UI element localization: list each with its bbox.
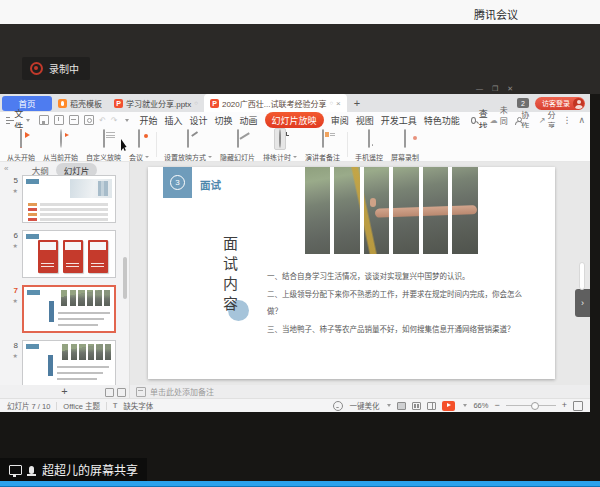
panel-scrollbar[interactable]	[123, 257, 127, 299]
tab-home[interactable]: 首页	[2, 96, 52, 111]
normal-view-button[interactable]	[397, 402, 406, 410]
chevron-down-icon[interactable]	[125, 119, 129, 122]
tab-view[interactable]: 视图	[356, 114, 374, 127]
ribbon-phone-remote[interactable]: 手机遥控	[351, 128, 387, 162]
zoom-in-button[interactable]: +	[562, 401, 567, 410]
tab-devtools[interactable]: 开发工具	[381, 114, 417, 127]
tab-close-icon[interactable]: ×	[336, 99, 341, 108]
collapse-panel-icon[interactable]: «	[4, 165, 8, 173]
slide-thumbnail-7-current[interactable]: 7 ★	[0, 285, 116, 333]
pin-icon[interactable]: ○	[329, 100, 333, 106]
tab-document-2-active[interactable]: P 2020广西壮...试联考经验分享 ○ ×	[204, 94, 347, 112]
thumbnail-card[interactable]	[22, 285, 116, 333]
thumbnail-photo	[61, 290, 111, 306]
ribbon-rehearse-timing[interactable]: 排练计时	[259, 128, 301, 162]
zoom-out-button[interactable]: −	[494, 401, 499, 410]
dropdown-icon[interactable]	[387, 404, 391, 407]
add-slide-button[interactable]: +	[61, 386, 67, 397]
slide-thumbnail-8[interactable]: 8 ★	[0, 340, 116, 385]
missing-font-label[interactable]: 缺失字体	[123, 400, 153, 411]
ribbon-hide-slide[interactable]: 隐藏幻灯片	[216, 128, 259, 162]
pin-icon[interactable]: ○	[194, 100, 198, 106]
beautify-button[interactable]: 一键美化	[349, 400, 379, 411]
tab-docer[interactable]: 稻壳模板	[52, 94, 108, 112]
tab-review[interactable]: 审阅	[331, 114, 349, 127]
tab-transition[interactable]: 切换	[215, 114, 233, 127]
ribbon-from-current[interactable]: 从当前开始	[39, 128, 82, 162]
ribbon-meeting[interactable]: 会议	[125, 128, 153, 162]
slide-sorter-view-button[interactable]	[412, 402, 421, 410]
undo-icon[interactable]: ↶	[99, 116, 106, 125]
ribbon-speaker-notes[interactable]: 演讲者备注	[301, 128, 344, 162]
hamburger-icon[interactable]	[6, 117, 10, 124]
screen-share-bar: 超超儿的屏幕共享	[0, 458, 147, 481]
print-preview-icon[interactable]	[84, 115, 94, 125]
slide-number: 8	[14, 342, 18, 350]
book-cover	[63, 240, 83, 273]
panel-expand-icon[interactable]	[117, 388, 126, 397]
fit-slide-icon[interactable]	[573, 401, 583, 411]
slide-thumbnail-5[interactable]: 5 ★	[0, 175, 116, 223]
play-slideshow-button[interactable]	[442, 401, 455, 411]
recording-badge: 录制中	[22, 57, 90, 80]
screen-record-icon	[404, 129, 406, 148]
close-icon[interactable]: ✕	[507, 85, 513, 93]
slide-thumbnail-6[interactable]: 6 ★	[0, 230, 116, 278]
tab-slideshow-active[interactable]: 幻灯片放映	[265, 112, 324, 128]
tab-insert[interactable]: 插入	[165, 114, 183, 127]
notes-row: + 单击此处添加备注	[0, 385, 590, 398]
tab-start[interactable]: 开始	[140, 114, 158, 127]
dropdown-icon[interactable]	[463, 404, 467, 407]
panel-view-icon[interactable]	[105, 388, 114, 397]
zoom-slider[interactable]	[506, 405, 556, 406]
tab-document-1[interactable]: P 学习就业分享.pptx ○	[108, 94, 204, 112]
current-slide[interactable]: 3 面试 面试内容 一、结合自身学习生活情况，谈谈对实现复兴中国梦的认识。 二、…	[148, 167, 555, 379]
bullet-1: 一、结合自身学习生活情况，谈谈对实现复兴中国梦的认识。	[267, 268, 529, 286]
reading-view-button[interactable]	[427, 402, 436, 410]
tab-animation[interactable]: 动画	[240, 114, 258, 127]
cloud-icon: ☁	[490, 116, 498, 125]
notes-input[interactable]: 单击此处添加备注	[130, 385, 590, 398]
meeting-stage-background: 录制中 — ❐ ✕	[0, 24, 600, 94]
ribbon-custom-show[interactable]: 自定义放映	[82, 128, 125, 162]
thumbnail-card[interactable]	[22, 340, 116, 385]
outline-tab[interactable]: 大纲	[32, 164, 49, 176]
zoom-slider-knob[interactable]	[531, 402, 539, 410]
redo-icon[interactable]: ↷	[111, 116, 118, 125]
maximize-icon[interactable]: ❐	[492, 85, 498, 93]
tab-special-features[interactable]: 特色功能	[424, 114, 460, 127]
wps-window: 首页 稻壳模板 P 学习就业分享.pptx ○ P 2020广西壮...试联考经…	[0, 94, 590, 412]
theme-name[interactable]: Office 主题	[63, 400, 100, 411]
microphone-icon	[29, 466, 34, 474]
ribbon-from-beginning[interactable]: 从头开始	[3, 128, 39, 162]
expand-sidebar-button[interactable]: ›	[575, 289, 590, 317]
canvas-scrollbar[interactable]	[579, 262, 585, 290]
share-border-strip	[0, 481, 600, 487]
ribbon-separator	[347, 132, 348, 157]
bullet-3: 三、当地鸭子、柿子等农产品销量不好，如何搜集信息开通网络营销渠道？	[267, 321, 529, 339]
collapse-ribbon-icon[interactable]: ∧	[578, 115, 585, 125]
ribbon-tabs: 开始 插入 设计 切换 动画 幻灯片放映 审阅 视图 开发工具 特色功能	[140, 112, 460, 128]
search-icon	[471, 117, 476, 124]
thumbnail-card[interactable]	[22, 175, 116, 223]
thumbnail-card[interactable]	[22, 230, 116, 278]
notes-placeholder: 单击此处添加备注	[150, 386, 214, 397]
panel-footer: +	[0, 385, 130, 398]
ribbon-separator	[156, 132, 157, 157]
ribbon-setup-show[interactable]: 设置放映方式	[160, 128, 216, 162]
transition-star-icon: ★	[13, 188, 18, 194]
ribbon-screen-record[interactable]: 屏幕录制	[387, 128, 423, 162]
save-icon[interactable]	[39, 115, 49, 125]
screen: 腾讯会议 录制中 — ❐ ✕ 首页 稻壳模板 P 学习就业分享.pptx ○	[0, 0, 600, 487]
print-icon[interactable]	[69, 115, 79, 125]
more-icon[interactable]: ⋮	[562, 115, 571, 125]
new-tab-button[interactable]: +	[354, 97, 360, 109]
minimize-icon[interactable]: —	[476, 85, 483, 93]
book-cover	[88, 240, 108, 273]
tab-design[interactable]: 设计	[190, 114, 208, 127]
zoom-level[interactable]: 66%	[473, 401, 488, 410]
slide-number: 6	[14, 232, 18, 240]
beautify-icon	[333, 401, 343, 411]
dropdown-icon	[208, 156, 212, 158]
output-icon[interactable]	[54, 115, 64, 125]
